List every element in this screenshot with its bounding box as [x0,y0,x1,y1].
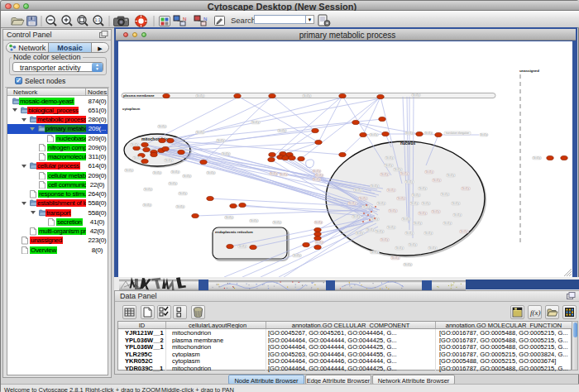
svg-text:Gcv3 p: Gcv3 p [398,197,405,200]
svg-text:Gcv3 p: Gcv3 p [413,93,420,97]
svg-text:Gcv3 p: Gcv3 p [404,263,412,266]
svg-text:Gcv3 p: Gcv3 p [426,170,433,174]
svg-text:Gcv3 p: Gcv3 p [425,232,433,235]
svg-text:Gcv3 p: Gcv3 p [433,210,440,213]
svg-text:Gcv3 p: Gcv3 p [381,173,389,176]
svg-text:Gcv3 p: Gcv3 p [355,189,362,192]
svg-text:Gcv3 p: Gcv3 p [218,139,225,142]
svg-text:endoplasmic reticulum: endoplasmic reticulum [215,230,253,234]
svg-text:Gcv3 p: Gcv3 p [179,192,187,195]
svg-text:cytoplasm: cytoplasm [122,107,140,111]
svg-text:Gcv3 p: Gcv3 p [279,129,286,132]
svg-text:Gcv3 p: Gcv3 p [315,221,323,224]
svg-text:Gcv3 p: Gcv3 p [419,187,427,190]
svg-text:Gcv3 p: Gcv3 p [274,221,281,224]
svg-text:Gcv3 p: Gcv3 p [386,156,394,160]
svg-text:Gcv3 p: Gcv3 p [411,202,419,205]
svg-text:Gcv3 p: Gcv3 p [396,246,404,250]
svg-text:Gcv3 p: Gcv3 p [385,164,393,167]
svg-text:Gcv3 p: Gcv3 p [425,131,433,135]
svg-text:Gcv3 p: Gcv3 p [423,202,430,205]
svg-text:Gcv3 p: Gcv3 p [223,152,230,155]
svg-text:Gcv3 p: Gcv3 p [145,188,152,191]
svg-text:Gcv3 p: Gcv3 p [353,215,361,218]
svg-text:Gcv3 p: Gcv3 p [406,180,414,184]
svg-text:Gcv3 p: Gcv3 p [154,171,161,174]
svg-text:Gcv3 p: Gcv3 p [270,172,278,175]
svg-text:Gcv3 p: Gcv3 p [226,216,233,219]
svg-text:Gcv3 p: Gcv3 p [481,133,488,136]
svg-text:Gcv3 p: Gcv3 p [403,218,410,221]
svg-text:Gcv3 p: Gcv3 p [251,219,258,222]
svg-text:Gcv3 p: Gcv3 p [461,230,468,233]
svg-text:Gcv3 p: Gcv3 p [252,121,260,124]
svg-text:Gcv3 p: Gcv3 p [388,226,395,229]
svg-text:Gcv3 p: Gcv3 p [239,245,246,248]
svg-text:Gcv3 p: Gcv3 p [454,213,462,217]
svg-text:Gcv3 p: Gcv3 p [197,94,204,98]
svg-text:Gcv3 p: Gcv3 p [381,238,389,241]
svg-text:Gcv3 p: Gcv3 p [197,131,204,134]
svg-text:Gcv3 p: Gcv3 p [442,193,449,196]
svg-text:Gcv3 p: Gcv3 p [378,202,385,205]
svg-text:Gcv3 p: Gcv3 p [433,179,441,182]
svg-text:Gcv3 p: Gcv3 p [376,230,384,233]
svg-text:Gcv3 p: Gcv3 p [409,243,417,246]
svg-text:Gcv3 p: Gcv3 p [371,184,379,188]
svg-text:Gcv3 p: Gcv3 p [208,171,215,174]
svg-text:Gcv3 p: Gcv3 p [304,94,311,98]
svg-text:N: N [183,17,186,22]
svg-text:Gcv3 p: Gcv3 p [170,182,177,185]
svg-text:Gcv3 p: Gcv3 p [316,241,323,244]
svg-text:Gcv3 p: Gcv3 p [419,212,427,215]
svg-text:Gcv3 p: Gcv3 p [371,251,379,254]
svg-text:Gcv3 p: Gcv3 p [414,222,422,225]
svg-text:Gcv3 p: Gcv3 p [177,205,184,208]
svg-text:Gcv3 p: Gcv3 p [313,170,321,173]
svg-text:Gcv3 p: Gcv3 p [360,197,367,200]
svg-text:Gcv3 p: Gcv3 p [444,222,452,225]
svg-text:Gcv3 p: Gcv3 p [413,194,420,197]
svg-text:Gcv3 p: Gcv3 p [406,131,414,135]
svg-text:Gcv3 p: Gcv3 p [452,202,460,205]
svg-text:Gcv3 p: Gcv3 p [406,232,414,235]
svg-text:N: N [203,17,207,22]
svg-text:unassigned: unassigned [519,69,539,73]
svg-text:mitochondrion: mitochondrion [141,136,170,141]
svg-text:Gcv3 p: Gcv3 p [159,125,166,128]
svg-text:Gcv3 p: Gcv3 p [280,173,288,176]
svg-text:1:1: 1:1 [95,17,101,22]
svg-text:translation elongation: translation elongation [446,131,470,135]
svg-text:Gcv3 p: Gcv3 p [534,156,541,160]
svg-text:Gcv3 p: Gcv3 p [392,256,400,260]
svg-text:Gcv3 p: Gcv3 p [144,203,151,207]
svg-text:Gcv3 p: Gcv3 p [165,159,173,162]
svg-text:Gcv3 p: Gcv3 p [429,246,437,250]
svg-text:Gcv3 p: Gcv3 p [349,202,356,205]
svg-text:Gcv3 p: Gcv3 p [371,133,378,136]
svg-text:f(x): f(x) [530,308,541,317]
svg-text:plasma membrane: plasma membrane [123,93,155,98]
svg-text:Gcv3 p: Gcv3 p [388,189,395,192]
svg-text:Gcv3 p: Gcv3 p [316,174,323,177]
svg-text:Gcv3 p: Gcv3 p [395,168,402,171]
svg-text:Gcv3 p: Gcv3 p [390,209,397,213]
svg-text:Gcv3 p: Gcv3 p [401,172,409,175]
svg-text:Gcv3 p: Gcv3 p [356,232,364,235]
svg-text:Gcv3 p: Gcv3 p [172,170,179,174]
svg-text:Gcv3 p: Gcv3 p [294,254,301,257]
svg-text:Gcv3 p: Gcv3 p [126,169,133,172]
svg-text:Gcv3 p: Gcv3 p [313,178,321,181]
svg-text:Gcv3 p: Gcv3 p [367,228,375,232]
svg-text:Gcv3 p: Gcv3 p [134,156,141,160]
svg-text:Gcv3 p: Gcv3 p [132,143,139,146]
svg-text:Gcv3 p: Gcv3 p [462,187,470,190]
svg-text:Gcv3 p: Gcv3 p [184,174,191,178]
svg-text:Gcv3 p: Gcv3 p [447,174,455,177]
svg-text:nucleus: nucleus [400,141,415,146]
